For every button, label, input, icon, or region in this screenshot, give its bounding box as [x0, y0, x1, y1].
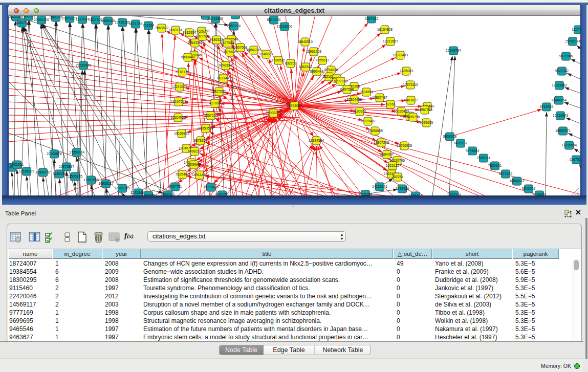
- svg-text:9327509: 9327509: [196, 34, 210, 38]
- svg-text:8938928: 8938928: [443, 135, 457, 138]
- svg-text:3267150: 3267150: [204, 114, 218, 117]
- svg-text:1425364: 1425364: [359, 192, 373, 195]
- svg-text:14957984: 14957984: [417, 108, 432, 112]
- svg-text:2313054: 2313054: [9, 16, 23, 18]
- svg-text:1362615: 1362615: [299, 65, 313, 69]
- svg-text:4055714: 4055714: [15, 21, 29, 25]
- svg-text:8878352: 8878352: [194, 139, 208, 142]
- svg-text:17957255: 17957255: [83, 178, 99, 182]
- svg-text:7955812: 7955812: [316, 58, 330, 62]
- svg-text:10653267: 10653267: [62, 16, 77, 20]
- svg-text:12444154: 12444154: [551, 98, 567, 102]
- svg-text:1495798: 1495798: [406, 115, 420, 119]
- svg-text:3824554: 3824554: [360, 90, 374, 94]
- svg-text:1722334: 1722334: [447, 193, 461, 195]
- svg-text:16107553: 16107553: [171, 100, 186, 103]
- svg-text:8215955: 8215955: [540, 105, 554, 108]
- svg-text:2718176: 2718176: [176, 70, 189, 74]
- svg-text:16210643: 16210643: [553, 114, 568, 117]
- svg-text:832203: 832203: [285, 61, 297, 65]
- svg-text:8427552: 8427552: [212, 90, 226, 93]
- svg-text:15720407: 15720407: [360, 119, 376, 123]
- svg-text:17359924: 17359924: [69, 150, 84, 154]
- svg-text:9624505: 9624505: [533, 193, 547, 195]
- svg-text:2087682: 2087682: [365, 17, 379, 20]
- svg-text:9657771: 9657771: [215, 193, 229, 195]
- svg-text:803144: 803144: [217, 76, 229, 80]
- svg-text:9227342: 9227342: [555, 69, 569, 73]
- svg-text:9890448: 9890448: [181, 55, 195, 59]
- svg-text:12156829: 12156829: [19, 169, 34, 173]
- svg-text:1167531: 1167531: [570, 158, 580, 161]
- svg-text:29053346: 29053346: [76, 63, 91, 67]
- svg-text:2935114: 2935114: [477, 156, 490, 160]
- svg-text:12975115: 12975115: [403, 83, 418, 86]
- svg-text:17016504: 17016504: [561, 143, 577, 147]
- svg-text:20364436: 20364436: [346, 98, 362, 101]
- svg-text:12213967: 12213967: [383, 39, 398, 43]
- svg-text:1527602: 1527602: [89, 18, 103, 21]
- svg-text:7663822: 7663822: [155, 26, 169, 30]
- svg-text:1117453: 1117453: [572, 28, 580, 31]
- svg-text:8454749: 8454749: [247, 48, 261, 52]
- svg-text:15692971: 15692971: [555, 129, 571, 133]
- svg-text:1817074: 1817074: [76, 17, 90, 21]
- svg-text:6479197: 6479197: [454, 141, 468, 145]
- svg-text:1145194: 1145194: [53, 172, 66, 176]
- svg-text:16961758: 16961758: [306, 50, 321, 53]
- svg-text:16033809: 16033809: [208, 17, 223, 20]
- svg-text:8813054: 8813054: [267, 18, 281, 21]
- svg-text:8160124: 8160124: [169, 28, 183, 32]
- svg-text:751554: 751554: [143, 24, 155, 27]
- svg-text:417008: 417008: [209, 101, 221, 105]
- svg-text:8990448: 8990448: [310, 70, 324, 73]
- svg-text:16154808: 16154808: [377, 28, 393, 31]
- svg-text:9242848: 9242848: [219, 63, 233, 67]
- svg-text:10654923: 10654923: [170, 116, 186, 119]
- svg-text:7357224: 7357224: [227, 24, 241, 28]
- svg-text:3875685: 3875685: [223, 50, 237, 54]
- svg-text:10688609: 10688609: [367, 129, 383, 133]
- svg-text:19756928: 19756928: [397, 144, 412, 147]
- svg-text:13353594: 13353594: [198, 126, 213, 130]
- svg-text:7625402: 7625402: [176, 172, 189, 176]
- svg-text:10973493: 10973493: [393, 53, 408, 57]
- svg-text:10025433: 10025433: [394, 110, 409, 113]
- svg-text:6497568: 6497568: [340, 87, 354, 91]
- svg-text:18807249: 18807249: [374, 141, 389, 144]
- svg-text:1065326: 1065326: [49, 16, 63, 19]
- svg-text:10807487: 10807487: [372, 96, 387, 99]
- svg-text:18724007: 18724007: [287, 104, 302, 107]
- svg-text:1635241: 1635241: [409, 194, 423, 195]
- svg-text:9794028: 9794028: [324, 68, 338, 72]
- svg-text:1435061: 1435061: [10, 163, 24, 166]
- svg-text:20691406: 20691406: [34, 18, 49, 21]
- svg-text:9146821: 9146821: [259, 52, 273, 56]
- svg-text:10958117: 10958117: [98, 182, 114, 185]
- svg-text:25900275: 25900275: [266, 111, 281, 115]
- svg-text:8813704: 8813704: [229, 16, 243, 16]
- svg-text:9684067: 9684067: [380, 152, 394, 156]
- svg-text:15716485: 15716485: [203, 185, 219, 189]
- svg-text:15751074: 15751074: [565, 39, 580, 43]
- svg-text:1292346: 1292346: [161, 193, 175, 195]
- svg-text:16914479: 16914479: [192, 173, 207, 177]
- svg-text:1615132: 1615132: [386, 164, 400, 167]
- svg-text:9327505: 9327505: [221, 41, 234, 45]
- svg-text:9699695: 9699695: [420, 121, 433, 124]
- svg-text:1733426: 1733426: [396, 187, 409, 190]
- svg-text:12942757: 12942757: [35, 170, 51, 174]
- svg-text:10719155: 10719155: [115, 20, 130, 24]
- svg-text:16543392: 16543392: [187, 41, 203, 45]
- svg-text:20206576: 20206576: [47, 152, 62, 156]
- svg-text:62160: 62160: [386, 102, 396, 106]
- svg-text:12213369: 12213369: [172, 85, 187, 89]
- svg-text:6671355: 6671355: [129, 22, 143, 26]
- svg-text:4498222: 4498222: [188, 149, 202, 153]
- svg-text:9777169: 9777169: [334, 79, 348, 83]
- svg-text:12093582: 12093582: [552, 83, 567, 87]
- svg-text:10654112: 10654112: [509, 179, 525, 183]
- svg-text:12505135: 12505135: [67, 174, 82, 178]
- svg-text:9463627: 9463627: [404, 98, 418, 102]
- svg-text:7632621: 7632621: [488, 164, 502, 167]
